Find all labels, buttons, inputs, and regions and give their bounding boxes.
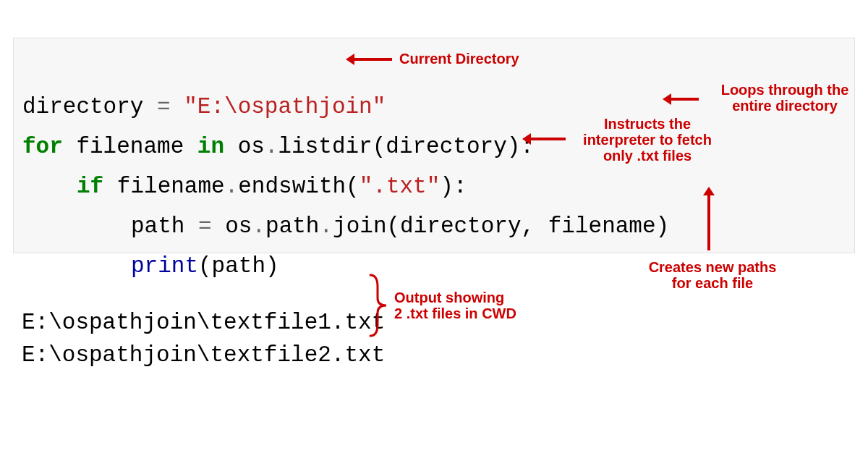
arrow-left-icon [670,98,699,101]
annotation-creates: Creates new paths for each file [637,259,788,291]
code-line-4: path = os.path.join(directory, filename) [22,214,669,239]
code-line-1: directory = "E:\ospathjoin" [22,94,386,119]
code-line-2: for filename in os.listdir(directory): [22,134,534,159]
annotation-loops: Loops through the entire directory [705,82,864,114]
code-line-3: if filename.endswith(".txt"): [22,174,467,199]
annotation-instructs: Instructs the interpreter to fetch only … [571,116,723,164]
arrow-left-icon [353,58,392,61]
code-block: directory = "E:\ospathjoin" for filename… [13,38,855,253]
annotation-output: Output showing 2 .txt files in CWD [394,290,539,321]
arrow-left-icon [529,138,566,140]
annotation-current-directory: Current Directory [399,51,519,67]
brace-icon [367,272,389,339]
output-line-1: E:\ospathjoin\textfile1.txt [22,310,385,335]
output-line-2: E:\ospathjoin\textfile2.txt [22,342,385,368]
arrow-up-icon [707,194,710,250]
output-block: E:\ospathjoin\textfile1.txt E:\ospathjoi… [22,274,385,371]
